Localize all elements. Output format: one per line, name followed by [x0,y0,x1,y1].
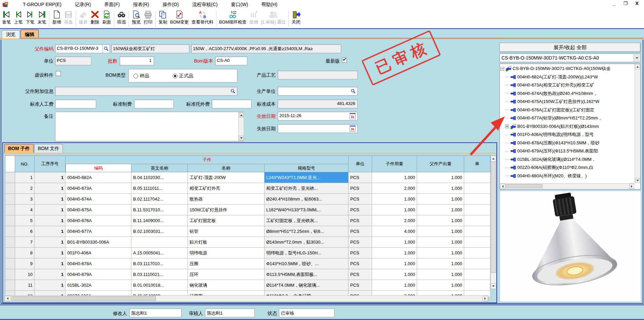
parent-code-field[interactable]: CS-BYB-O-150MW-3 [55,44,103,53]
toolbar-button-first-record[interactable]: 首笔 [1,10,12,28]
cell-no[interactable]: 6 [15,226,35,237]
cell-code[interactable]: 004H0-674A [66,194,131,205]
std-outsource-field[interactable] [212,100,251,108]
cell-out[interactable]: 1.000 [417,237,464,248]
cell-spec[interactable]: 相变工矿灯外壳，亚光铁... [265,183,349,194]
cell-extra[interactable] [464,248,490,258]
view-tab-active[interactable]: 编辑 [21,30,39,38]
column-header[interactable] [5,155,15,172]
cell-sel[interactable] [5,269,15,280]
scrollbar-thumb[interactable] [11,296,156,301]
dropdown-button[interactable] [634,54,640,62]
cell-en[interactable]: B.05.1111011... [131,183,188,194]
bom-version-dropdown[interactable]: CS-BYB-O-150MW-30D71-WCTKG-A0:CS-A0 [499,54,641,62]
menu-item-5[interactable]: 流程审核(C) [186,0,224,9]
cell-out[interactable]: 1.000 [417,269,464,280]
cell-en[interactable]: B.04.1102030... [131,172,188,183]
cell-no[interactable]: 11 [15,280,35,291]
bom-tab-active[interactable]: BOM 子件 [4,144,34,153]
latest-version-checkbox[interactable] [342,58,347,63]
cell-spec[interactable]: 明纬电源，型号HLG-150H... [265,248,349,258]
cell-spec[interactable]: Φ113.5*H5MM,表面阳极... [265,269,349,280]
tree-horizontal-scrollbar[interactable] [500,183,634,189]
close-button[interactable]: X [634,1,640,6]
scrollbar-thumb[interactable] [491,162,496,273]
tree-item[interactable]: 004H0-673A(相变工矿灯外壳)(相变工矿 [500,81,634,90]
menu-item-1[interactable]: 记录(R) [68,0,97,9]
column-header[interactable]: 单位 [349,155,372,172]
effective-date-picker-button[interactable]: 31 [350,113,356,119]
cell-sel[interactable] [5,172,15,183]
cell-unit[interactable]: PCS [349,172,372,183]
cell-spec[interactable]: Ø114*T4.0MM，钢化玻璃... [265,280,349,291]
expand-icon[interactable] [505,125,509,128]
cell-spec[interactable]: 工矿灯固定板，亚光铁灰... [265,215,349,226]
cell-unit[interactable]: PCS [349,215,372,226]
cell-extra[interactable] [464,215,490,226]
cell-spec[interactable]: Ø8mm*H51*T2.25mm，铝6... [265,226,349,237]
expire-date-picker-button[interactable]: 31 [350,126,356,132]
cell-spec[interactable]: Φ143*H10.5MM，喷砂、... [265,258,349,269]
cell-seq[interactable]: 1 [35,248,66,258]
cell-unit[interactable]: PCS [349,237,372,248]
cell-name[interactable]: 铝管 [188,226,265,237]
cell-seq[interactable]: 1 [35,226,66,237]
restore-button[interactable]: ❐ [622,1,629,6]
cell-qty[interactable]: 2.000 [372,215,417,226]
cell-qty[interactable]: 2.000 [372,183,417,194]
tree-item[interactable]: 004H0-680A(吊环)(M20、铁度镍、) [500,172,634,180]
toolbar-button-filter[interactable]: 筛选 [116,10,127,28]
cell-seq[interactable]: 1 [35,280,66,291]
prod-unit-search-button[interactable] [350,87,357,95]
scroll-left-icon[interactable] [5,296,10,301]
column-header[interactable]: 名称 [188,164,265,172]
toolbar-button-print[interactable]: 打印 [142,10,154,28]
cell-unit[interactable]: PCS [349,248,372,258]
toolbar-button-bom-loop[interactable]: 1BOM循环检查 [218,10,248,28]
cell-code[interactable]: 004H0-677A [66,226,131,237]
cell-qty[interactable]: 4.000 [372,226,417,237]
bom-type-radio-option[interactable]: 样品 [133,73,149,79]
column-header[interactable]: 英文名称 [131,164,188,172]
cell-spec[interactable]: L243*W243*T1.0MM.亚光... [265,172,349,183]
menu-item-7[interactable]: 帮助(H) [255,0,284,9]
toolbar-button-last-record[interactable]: 末笔 [36,10,48,28]
column-header[interactable]: 工序序号 [35,155,66,172]
toolbar-button-preview[interactable]: 预览 [130,10,142,28]
cell-no[interactable]: 5 [15,215,35,226]
batch-field[interactable]: 1 [120,57,154,65]
cell-spec[interactable]: Ø240.4*H108mm，铝6063... [265,194,349,205]
cell-seq[interactable]: 1 [35,258,66,269]
tree-vertical-scrollbar[interactable] [635,64,640,183]
minimize-button[interactable]: _ [611,1,617,6]
cell-out[interactable]: 1.000 [417,248,464,258]
cell-sel[interactable] [5,226,15,237]
cell-seq[interactable]: 1 [35,194,66,205]
cell-extra[interactable] [464,280,490,291]
tree-item[interactable]: 004H0-675A(150W工矿灯悬挂件)(L162*W [500,98,634,106]
toolbar-button-bom-change[interactable]: BOM变更 [169,10,190,28]
cell-seq[interactable]: 1 [35,205,66,215]
cell-seq[interactable]: 1 [35,183,66,194]
cell-code[interactable]: 015BL-302A [66,280,131,291]
cell-name[interactable]: 散热器 [188,194,265,205]
scroll-up-icon[interactable] [239,113,243,117]
cell-out[interactable]: 1.000 [417,183,464,194]
virtual-part-checkbox[interactable] [56,71,61,76]
cell-out[interactable]: 1.000 [417,226,464,237]
cell-out[interactable]: 1.000 [417,194,464,205]
cell-unit[interactable]: PCS [349,258,372,269]
cell-en[interactable] [131,237,188,248]
cell-extra[interactable] [464,258,490,269]
effective-date-field[interactable]: 2015-11-26 [278,112,358,120]
tree-item[interactable]: B01-BYB00330-006A(贴片灯板)(Ø143mm [500,122,634,131]
column-header[interactable]: 规格型号 [265,164,349,172]
bom-version-field[interactable]: CS-A0 [215,57,247,65]
toolbar-button-close-door[interactable]: 关闭 [290,10,302,28]
toolbar-button-refresh[interactable]: 刷新 [101,10,113,28]
menu-item-0[interactable]: T-GROUP ERP(E) [16,0,68,9]
cell-qty[interactable]: 1.000 [372,205,417,215]
bom-tab-inactive[interactable]: BOM 文件 [34,144,63,153]
cell-name[interactable]: 相变工矿灯外壳 [188,183,265,194]
cell-code[interactable]: 004H0-676A [66,215,131,226]
